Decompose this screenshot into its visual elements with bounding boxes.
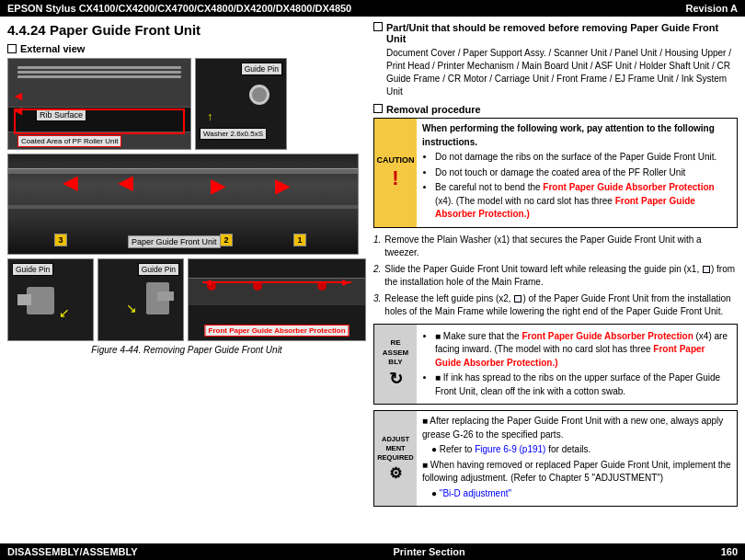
- adjustment-box: ADJUST MENT REQUIRED ⚙ ■ After replacing…: [373, 410, 738, 507]
- guide-arrow-left: ↙: [59, 305, 70, 320]
- adjustment-item-3: ■ When having removed or replaced Paper …: [422, 459, 731, 486]
- caution-item-2: Do not touch or damage the coated area o…: [435, 166, 731, 180]
- number-label-3: 3: [54, 234, 67, 246]
- guide-base-left: [17, 294, 31, 305]
- header-title: EPSON Stylus CX4100/CX4200/CX4700/CX4800…: [7, 3, 351, 14]
- removal-checkbox-icon: [373, 104, 383, 113]
- parts-title: Part/Unit that should be removed before …: [386, 22, 738, 44]
- bottom-image-row: Guide Pin ↙ Guide Pin ↘: [7, 258, 366, 341]
- left-arrow-2: ◄: [12, 103, 25, 118]
- left-arrow-1: ◄: [12, 88, 25, 103]
- absorber-arrow-left: ◄: [202, 276, 213, 289]
- guide-pin-bottom-right-label: Guide Pin: [138, 263, 179, 276]
- washer-label: Washer 2.6x0.5xS: [200, 128, 267, 140]
- section-title: 4.4.24 Paper Guide Front Unit: [7, 22, 366, 38]
- caution-content: When performing the following work, pay …: [417, 119, 737, 227]
- small-square-1: [703, 266, 710, 273]
- adjustment-item-1: ■ After replacing the Paper Guide Front …: [422, 415, 731, 441]
- red-arrow-1: ▶: [63, 175, 77, 197]
- footer-right: 160: [721, 546, 738, 557]
- external-view-label: External view: [7, 43, 366, 54]
- guide-base-right: [157, 291, 174, 301]
- reassembly-label: RE ASSEM BLY ↻: [374, 325, 417, 405]
- adjustment-item-2: ● Refer to Figure 6-9 (p191) for details…: [431, 443, 731, 457]
- red-text-1: Front Paper Guide Absorber Protection: [543, 182, 714, 192]
- parts-checkbox-icon: [373, 22, 383, 31]
- page-header: EPSON Stylus CX4100/CX4200/CX4700/CX4800…: [0, 0, 745, 17]
- caution-box: CAUTION ! When performing the following …: [373, 118, 738, 228]
- guide-pin-image: Guide Pin Washer 2.6x0.5xS ↑: [195, 58, 287, 150]
- caution-item-3: Be careful not to bend the Front Paper G…: [435, 181, 731, 222]
- red-arrow-4: ▶: [275, 175, 289, 197]
- guide-arrow-right: ↘: [126, 301, 137, 315]
- reassembly-red-text-1: Front Paper Guide Absorber Protection: [522, 331, 693, 341]
- top-image-row: Rib Surface Coated Area of PF Roller Uni…: [7, 58, 366, 150]
- front-paper-label: Front Paper Guide Absorber Protection: [205, 325, 350, 337]
- guide-pin-top-label: Guide Pin: [241, 63, 282, 75]
- rib-lines-decoration: [17, 66, 181, 77]
- front-paper-guide-image: ◄ ► Front Paper Guide Absorber Protectio…: [188, 258, 366, 341]
- wide-middle-image: ▶ ▶ ▶ ▶ 3 2 1 Paper Guide Front Unit: [7, 154, 359, 255]
- absorber-arrow-line: [202, 281, 351, 283]
- left-column: 4.4.24 Paper Guide Front Unit External v…: [7, 22, 366, 512]
- guide-pin-circle: [249, 85, 269, 105]
- removal-procedure-label: Removal procedure: [386, 104, 481, 115]
- footer-center: Printer Section: [394, 546, 465, 557]
- guide-pin-left-image: Guide Pin ↙: [7, 258, 94, 341]
- adjustment-icon: ⚙: [389, 464, 402, 482]
- number-label-1: 1: [293, 234, 306, 246]
- paper-guide-front-label: Paper Guide Front Unit: [128, 235, 221, 248]
- guide-pin-right-image: Guide Pin ↘: [97, 258, 184, 341]
- adjustment-link-1[interactable]: Figure 6-9 (p191): [475, 444, 545, 454]
- caution-item-1: Do not damage the ribs on the surface of…: [435, 151, 731, 165]
- reassembly-red-text-2: Front Paper Guide Absorber Protection.): [435, 344, 705, 368]
- rib-surface-image: Rib Surface Coated Area of PF Roller Uni…: [7, 58, 191, 150]
- small-square-2: [514, 295, 522, 303]
- absorber-arrow-right: ►: [340, 276, 351, 289]
- reassembly-content: ■ Make sure that the Front Paper Guide A…: [417, 325, 737, 405]
- step-2: 2. Slide the Paper Guide Front Unit towa…: [373, 263, 738, 289]
- red-text-2: Front Paper Guide Absorber Protection.): [435, 196, 695, 220]
- number-label-2: 2: [220, 234, 233, 246]
- caution-exclamation-icon: !: [392, 166, 398, 190]
- parts-section: Part/Unit that should be removed before …: [373, 22, 738, 98]
- mech-bar-1: [8, 168, 358, 174]
- washer-arrow: ↑: [207, 110, 212, 123]
- caution-list: Do not damage the ribs on the surface of…: [435, 151, 731, 222]
- adjustment-list: ■ After replacing the Paper Guide Front …: [422, 415, 731, 500]
- red-arrow-3: ▶: [211, 175, 224, 197]
- reassembly-item-2: ■ If ink has spread to the ribs on the u…: [435, 371, 731, 398]
- mech-bar-2: [8, 205, 358, 209]
- adjustment-label: ADJUST MENT REQUIRED ⚙: [374, 411, 417, 506]
- reassembly-label-text: RE ASSEM BLY: [383, 338, 408, 367]
- caution-title: When performing the following work, pay …: [422, 122, 731, 149]
- step-3: 3. Release the left guide pins (x2, ) of…: [373, 292, 738, 318]
- reassembly-list: ■ Make sure that the Front Paper Guide A…: [435, 330, 731, 399]
- adjustment-label-text: ADJUST MENT REQUIRED: [377, 435, 414, 462]
- figure-caption: Figure 4-44. Removing Paper Guide Front …: [7, 345, 366, 355]
- reassembly-icon: ↻: [389, 369, 403, 389]
- parts-header: Part/Unit that should be removed before …: [373, 22, 738, 44]
- step-1: 1. Remove the Plain Washer (x1) that sec…: [373, 234, 738, 259]
- adjustment-item-4: ● "Bi-D adjustment": [431, 487, 731, 501]
- red-arrow-2: ▶: [119, 175, 132, 197]
- reassembly-box: RE ASSEM BLY ↻ ■ Make sure that the Fron…: [373, 324, 738, 406]
- coated-area-rect: [14, 109, 185, 134]
- steps-list: 1. Remove the Plain Washer (x1) that sec…: [373, 234, 738, 318]
- main-content: 4.4.24 Paper Guide Front Unit External v…: [0, 17, 745, 518]
- header-revision: Revision A: [686, 3, 738, 14]
- removal-procedure-header: Removal procedure: [373, 104, 738, 115]
- coated-area-label: Coated Area of PF Roller Unit: [17, 135, 121, 147]
- guide-pin-bottom-left-label: Guide Pin: [12, 263, 53, 276]
- caution-label: CAUTION !: [374, 119, 417, 227]
- adjustment-link-2[interactable]: "Bi-D adjustment": [440, 488, 511, 498]
- checkbox-icon: [7, 44, 17, 53]
- footer-left: DISASSEMBLY/ASSEMBLY: [7, 546, 138, 557]
- parts-body: Document Cover / Paper Support Assy. / S…: [386, 47, 738, 98]
- reassembly-item-1: ■ Make sure that the Front Paper Guide A…: [435, 330, 731, 371]
- right-column: Part/Unit that should be removed before …: [373, 22, 738, 512]
- page-footer: DISASSEMBLY/ASSEMBLY Printer Section 160: [0, 543, 745, 560]
- adjustment-content: ■ After replacing the Paper Guide Front …: [417, 411, 737, 506]
